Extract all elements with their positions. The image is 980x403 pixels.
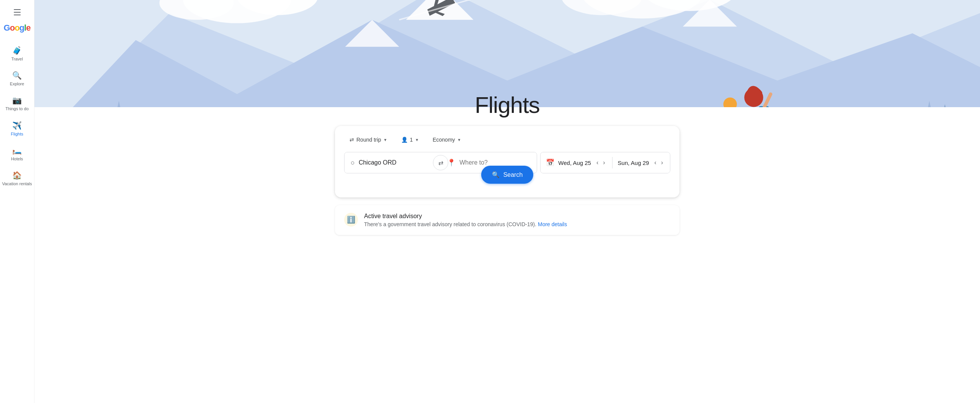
main-content: Flights ⇄ Round trip ▼ 👤 1 ▼ Economy ▼ <box>34 0 980 403</box>
chevron-down-icon: ▼ <box>415 138 419 142</box>
search-icon: 🔍 <box>492 171 500 178</box>
sidebar-item-label: Travel <box>11 57 23 62</box>
calendar-icon: 📅 <box>546 158 554 167</box>
trip-options-row: ⇄ Round trip ▼ 👤 1 ▼ Economy ▼ <box>344 134 670 146</box>
return-date-label: Sun, Aug 29 <box>618 160 649 166</box>
destination-input[interactable] <box>459 159 531 166</box>
sidebar-item-travel[interactable]: 🧳 Travel <box>2 42 33 65</box>
depart-date-prev-button[interactable]: ‹ <box>595 158 600 168</box>
date-fields: 📅 Wed, Aug 25 ‹ › Sun, Aug 29 ‹ › <box>540 152 670 173</box>
sidebar-item-flights[interactable]: ✈️ Flights <box>2 117 33 140</box>
advisory-content: Active travel advisory There's a governm… <box>364 213 567 227</box>
google-logo: Google <box>4 23 31 33</box>
passenger-count: 1 <box>410 137 413 143</box>
swap-button[interactable]: ⇄ <box>433 155 448 170</box>
depart-date-field[interactable]: 📅 Wed, Aug 25 ‹ › <box>541 152 612 173</box>
advisory-text: There's a government travel advisory rel… <box>364 221 567 227</box>
return-date-prev-button[interactable]: ‹ <box>653 158 658 168</box>
passenger-icon: 👤 <box>401 137 408 143</box>
sidebar-item-label: Things to do <box>5 106 29 111</box>
sidebar-item-label: Hotels <box>11 157 23 162</box>
explore-icon: 🔍 <box>12 71 22 80</box>
search-button-label: Search <box>503 171 523 178</box>
return-date-next-button[interactable]: › <box>660 158 665 168</box>
advisory-icon: ℹ️ <box>344 213 358 227</box>
origin-icon: ○ <box>351 159 355 167</box>
search-button[interactable]: 🔍 Search <box>481 166 534 184</box>
page-title: Flights <box>34 92 980 118</box>
travel-icon: 🧳 <box>12 46 22 55</box>
sidebar-item-things-to-do[interactable]: 📷 Things to do <box>2 92 33 115</box>
depart-date-nav: ‹ › <box>595 158 607 168</box>
cabin-class-button[interactable]: Economy ▼ <box>427 134 466 146</box>
advisory-more-details-link[interactable]: More details <box>538 221 567 227</box>
destination-icon: 📍 <box>447 158 456 167</box>
depart-date-label: Wed, Aug 25 <box>558 160 591 166</box>
cabin-class-label: Economy <box>433 137 455 143</box>
chevron-down-icon: ▼ <box>384 138 387 142</box>
round-trip-label: Round trip <box>356 137 381 143</box>
depart-date-next-button[interactable]: › <box>601 158 606 168</box>
things-to-do-icon: 📷 <box>12 96 22 105</box>
origin-input[interactable] <box>359 159 434 166</box>
hero-illustration <box>34 0 980 107</box>
sidebar: Google 🧳 Travel 🔍 Explore 📷 Things to do… <box>0 0 34 403</box>
flights-icon: ✈️ <box>12 121 22 130</box>
sidebar-item-vacation-rentals[interactable]: 🏠 Vacation rentals <box>2 167 33 190</box>
round-trip-icon: ⇄ <box>350 137 354 143</box>
sidebar-item-label: Flights <box>11 132 23 137</box>
sidebar-item-explore[interactable]: 🔍 Explore <box>2 67 33 90</box>
hamburger-button[interactable] <box>10 5 25 20</box>
flights-title-section: Flights <box>34 92 980 118</box>
origin-field[interactable]: ○ <box>345 152 440 173</box>
vacation-rentals-icon: 🏠 <box>12 171 22 180</box>
sidebar-item-label: Explore <box>10 82 24 86</box>
advisory-card: ℹ️ Active travel advisory There's a gove… <box>335 205 679 235</box>
round-trip-button[interactable]: ⇄ Round trip ▼ <box>344 134 393 146</box>
return-date-nav: ‹ › <box>653 158 665 168</box>
hotels-icon: 🛏️ <box>12 146 22 155</box>
search-card: ⇄ Round trip ▼ 👤 1 ▼ Economy ▼ ○ <box>335 126 679 197</box>
sidebar-item-label: Vacation rentals <box>2 181 32 186</box>
passengers-button[interactable]: 👤 1 ▼ <box>396 134 425 146</box>
sidebar-item-hotels[interactable]: 🛏️ Hotels <box>2 142 33 165</box>
chevron-down-icon: ▼ <box>457 138 461 142</box>
advisory-title: Active travel advisory <box>364 213 567 220</box>
return-date-field[interactable]: Sun, Aug 29 ‹ › <box>612 152 670 173</box>
